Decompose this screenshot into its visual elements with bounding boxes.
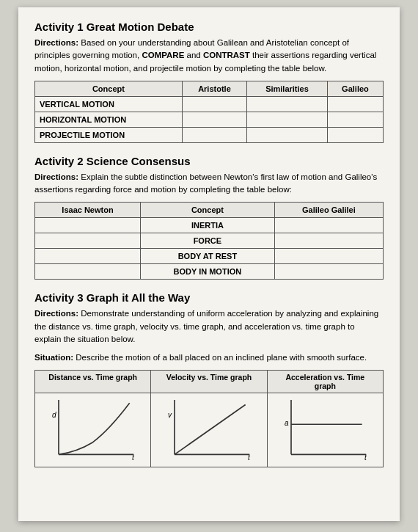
hm-similarities xyxy=(247,112,328,127)
col-galileo2: Galileo Galilei xyxy=(274,203,383,218)
col-concept2: Concept xyxy=(141,203,275,218)
bodymotion-newton xyxy=(35,264,141,280)
directions3-label: Directions: xyxy=(34,309,78,318)
activity1-title: Activity 1 Great Motion Debate xyxy=(34,21,384,33)
distance-time-svg: d t xyxy=(35,393,150,467)
vm-galileo xyxy=(327,96,383,112)
horizontal-motion-label: HORIZONTAL MOTION xyxy=(35,112,183,127)
velocity-time-svg: v t xyxy=(151,393,266,467)
acceleration-time-graph: a t xyxy=(268,393,383,467)
inertia-newton xyxy=(35,218,141,233)
velocity-time-graph: v t xyxy=(151,393,267,467)
vm-aristotle xyxy=(182,96,246,112)
activity2-title: Activity 2 Science Consensus xyxy=(34,155,384,167)
a-label: a xyxy=(285,420,289,428)
compare-label: COMPARE xyxy=(142,51,184,59)
directions2-label: Directions: xyxy=(34,172,78,181)
force-concept: FORCE xyxy=(141,233,275,249)
vm-similarities xyxy=(247,96,328,112)
situation-label: Situation: xyxy=(34,353,73,362)
table-row: BODY IN MOTION xyxy=(35,264,384,280)
graph2-header: Velocity vs. Time graph xyxy=(151,371,267,393)
activity3-title: Activity 3 Graph it All the Way xyxy=(34,291,384,304)
force-newton xyxy=(35,233,141,249)
bodyrest-newton xyxy=(35,249,141,264)
table-row: FORCE xyxy=(35,233,384,249)
table-row: PROJECTILE MOTION xyxy=(35,127,384,142)
activity1-directions: Directions: Based on your understanding … xyxy=(34,37,384,75)
activity1-table: Concept Aristotle Similarities Galileo V… xyxy=(34,81,384,143)
hm-aristotle xyxy=(182,112,246,127)
col-aristotle: Aristotle xyxy=(182,81,246,96)
pm-aristotle xyxy=(182,127,246,142)
col-isaac: Isaac Newton xyxy=(35,203,141,218)
table-row: INERTIA xyxy=(35,218,384,233)
activity3-section: Activity 3 Graph it All the Way Directio… xyxy=(34,291,384,467)
pm-galileo xyxy=(327,127,383,142)
force-galileo xyxy=(274,233,383,249)
activity2-directions: Directions: Explain the subtle distincti… xyxy=(34,171,384,197)
col-galileo: Galileo xyxy=(327,81,383,96)
d-label: d xyxy=(52,412,56,420)
table-row: HORIZONTAL MOTION xyxy=(35,112,384,127)
activity1-section: Activity 1 Great Motion Debate Direction… xyxy=(34,21,384,143)
t-label3: t xyxy=(364,453,367,462)
activity3-directions: Directions: Demonstrate understanding of… xyxy=(34,307,384,346)
hm-galileo xyxy=(327,112,383,127)
directions-label: Directions: xyxy=(34,38,78,47)
projectile-motion-label: PROJECTILE MOTION xyxy=(35,127,183,142)
graph1-header: Distance vs. Time graph xyxy=(35,371,151,393)
t-label: t xyxy=(132,453,135,462)
inertia-galileo xyxy=(274,218,383,233)
bodyrest-concept: BODY AT REST xyxy=(141,249,275,264)
svg-line-4 xyxy=(175,405,246,455)
pm-similarities xyxy=(247,127,328,142)
col-concept: Concept xyxy=(35,81,183,96)
graph3-header: Acceleration vs. Timegraph xyxy=(268,371,383,393)
activity2-section: Activity 2 Science Consensus Directions:… xyxy=(34,155,384,280)
activity3-situation: Situation: Describe the motion of a ball… xyxy=(34,351,384,364)
bodyrest-galileo xyxy=(274,249,383,264)
bodymotion-concept: BODY IN MOTION xyxy=(141,264,275,280)
distance-time-graph: d t xyxy=(35,393,151,467)
inertia-concept: INERTIA xyxy=(141,218,275,233)
table-row: BODY AT REST xyxy=(35,249,384,264)
v-label: v xyxy=(168,412,172,420)
table-row: VERTICAL MOTION xyxy=(35,96,384,112)
page: Activity 1 Great Motion Debate Direction… xyxy=(18,7,400,521)
col-similarities: Similarities xyxy=(247,81,328,96)
bodymotion-galileo xyxy=(274,264,383,280)
contrast-label: CONTRAST xyxy=(203,51,250,59)
t-label2: t xyxy=(248,453,251,462)
acceleration-time-svg: a t xyxy=(268,393,383,467)
graph-body-row: d t v t xyxy=(34,393,384,467)
graph-header-row: Distance vs. Time graph Velocity vs. Tim… xyxy=(34,370,384,393)
vertical-motion-label: VERTICAL MOTION xyxy=(35,96,183,112)
activity2-table: Isaac Newton Concept Galileo Galilei INE… xyxy=(34,202,384,280)
